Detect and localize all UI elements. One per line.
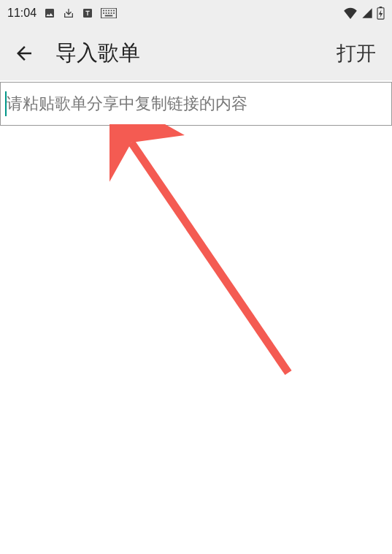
svg-rect-7: [103, 12, 104, 14]
svg-rect-9: [108, 12, 109, 14]
status-right: [343, 7, 385, 20]
open-button[interactable]: 打开: [337, 40, 379, 67]
page-title: 导入歌单: [55, 39, 316, 68]
svg-rect-10: [111, 12, 112, 14]
annotation-arrow: [109, 124, 307, 395]
svg-line-15: [131, 143, 288, 373]
status-left: 11:04: [7, 7, 117, 20]
input-container[interactable]: [0, 82, 392, 126]
svg-rect-4: [108, 10, 109, 12]
svg-rect-12: [105, 15, 113, 17]
status-bar: 11:04: [0, 0, 392, 26]
download-icon: [63, 7, 74, 19]
wifi-icon: [343, 7, 358, 19]
svg-rect-11: [113, 12, 115, 14]
app-bar: 导入歌单 打开: [0, 26, 392, 80]
svg-rect-8: [106, 12, 107, 14]
status-icons-left: [44, 7, 117, 19]
svg-rect-5: [111, 10, 112, 12]
svg-rect-6: [113, 10, 115, 12]
battery-charging-icon: [377, 7, 385, 20]
image-icon: [44, 7, 55, 19]
keyboard-icon: [101, 8, 117, 18]
status-time: 11:04: [7, 7, 36, 20]
playlist-url-input[interactable]: [1, 83, 391, 125]
arrow-back-icon: [13, 42, 35, 64]
svg-rect-3: [106, 10, 107, 12]
svg-rect-14: [380, 7, 383, 8]
svg-rect-2: [103, 10, 104, 12]
font-icon: [82, 7, 93, 19]
text-cursor: [5, 91, 7, 116]
back-button[interactable]: [13, 42, 35, 64]
signal-icon: [361, 7, 374, 19]
